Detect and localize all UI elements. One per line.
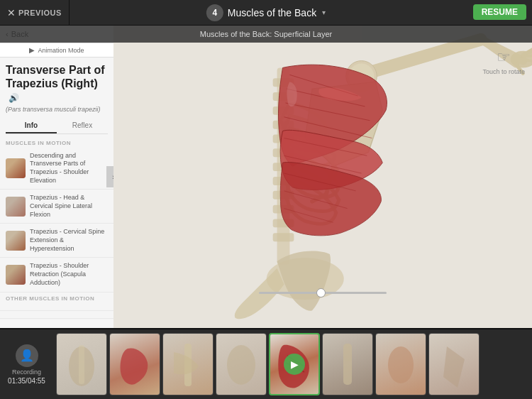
thumbnail-4[interactable] [216, 333, 267, 395]
hand-icon: ☞ [497, 48, 511, 67]
close-button[interactable]: ✕ PREVIOUS [0, 0, 70, 25]
svg-rect-36 [79, 345, 84, 384]
section-other-label: OTHER MUSCLES IN MOTION [0, 293, 113, 303]
other-motion-1[interactable] [0, 303, 113, 311]
recording-time: 01:35/04:55 [8, 377, 45, 385]
motion-text-3: Trapezius - Cervical Spine Extension & H… [30, 228, 108, 253]
thumbnail-8[interactable] [428, 333, 480, 395]
tab-info[interactable]: Info [6, 119, 57, 133]
motion-text-2: Trapezius - Head & Cervical Spine Latera… [30, 194, 108, 219]
motion-text-4: Trapezius - Shoulder Retraction (Scapula… [30, 262, 108, 287]
motion-text-1: Descending and Transverse Parts of Trape… [30, 152, 108, 185]
thumbnail-5-active[interactable]: ▶ [269, 333, 320, 395]
close-icon: ✕ [7, 7, 16, 18]
animation-icon: ▶ [29, 46, 35, 54]
tab-reflex[interactable]: Reflex [57, 119, 108, 133]
subtitle-bar: Muscles of the Back: Superficial Layer [0, 26, 532, 43]
touch-rotate-label: Touch to rotate [482, 68, 525, 75]
anatomy-svg [113, 26, 532, 328]
svg-rect-24 [273, 233, 294, 241]
thumbnail-7[interactable] [375, 333, 426, 395]
touch-rotate-hint: ☞ Touch to rotate [482, 48, 525, 75]
expand-sidebar-button[interactable]: › [106, 166, 113, 187]
play-button-active[interactable]: ▶ [284, 354, 305, 375]
other-motion-2[interactable] [0, 311, 113, 319]
svg-rect-41 [343, 344, 352, 385]
motion-thumb-3 [6, 231, 26, 251]
thumbnail-6[interactable] [322, 333, 373, 395]
thumbnail-2[interactable] [109, 333, 160, 395]
timeline-slider[interactable] [113, 289, 532, 297]
thumbnail-6-inner [323, 334, 372, 395]
muscle-main-title: Transverse Part of Trapezius (Right) 🔊 [6, 63, 108, 104]
thumbnail-2-inner [110, 334, 160, 395]
slider-thumb[interactable] [316, 288, 326, 297]
chevron-down-icon[interactable]: ▾ [322, 9, 326, 16]
svg-point-42 [388, 346, 414, 383]
motion-thumb-2 [6, 197, 26, 217]
thumbnail-1-inner [57, 334, 106, 395]
thumbnail-8-inner [429, 334, 479, 395]
sound-icon[interactable]: 🔊 [9, 93, 19, 103]
chapter-title: Muscles of the Back [228, 7, 316, 18]
recording-label: Recording [12, 368, 41, 376]
animation-mode-button[interactable]: ▶ Animation Mode [0, 43, 113, 58]
thumbnail-7-inner [376, 334, 426, 395]
thumbnail-3-inner [163, 334, 213, 395]
step-number: 4 [206, 4, 223, 21]
main-content: ‹ Back ▶ Animation Mode Transverse Part … [0, 26, 532, 328]
muscle-title-section: Transverse Part of Trapezius (Right) 🔊 (… [0, 58, 113, 116]
muscle-title-text: Transverse Part of Trapezius (Right) [6, 64, 105, 89]
step-indicator: 4 Muscles of the Back ▾ [206, 4, 326, 21]
3d-viewport[interactable]: ☞ Touch to rotate [113, 26, 532, 328]
slider-track[interactable] [259, 292, 387, 294]
thumbnails-container: ▶ [53, 330, 532, 398]
section-motions-label: MUSCLES IN MOTION [0, 137, 113, 148]
thumbnail-3[interactable] [162, 333, 214, 395]
resume-button[interactable]: RESUME [473, 4, 526, 20]
anatomy-illustration [113, 26, 532, 328]
subtitle-text: Muscles of the Back: Superficial Layer [200, 30, 332, 38]
info-reflex-tabs: Info Reflex [6, 119, 108, 134]
motion-thumb-4 [6, 265, 26, 285]
filmstrip: 👤 Recording 01:35/04:55 [0, 328, 532, 399]
recording-section: 👤 Recording 01:35/04:55 [0, 341, 53, 388]
motion-item-1[interactable]: Descending and Transverse Parts of Trape… [0, 148, 113, 190]
top-bar: ✕ PREVIOUS 4 Muscles of the Back ▾ RESUM… [0, 0, 532, 26]
thumbnail-1[interactable] [56, 333, 107, 395]
sidebar: ‹ Back ▶ Animation Mode Transverse Part … [0, 26, 113, 328]
motion-item-3[interactable]: Trapezius - Cervical Spine Extension & H… [0, 224, 113, 258]
animation-mode-label: Animation Mode [38, 47, 84, 54]
motion-item-4[interactable]: Trapezius - Shoulder Retraction (Scapula… [0, 258, 113, 292]
motion-thumb-1 [6, 158, 26, 178]
motion-item-2[interactable]: Trapezius - Head & Cervical Spine Latera… [0, 190, 113, 224]
previous-label: PREVIOUS [18, 9, 62, 17]
svg-point-38 [227, 345, 255, 385]
muscle-latin-name: (Pars transversa musculi trapezii) [6, 106, 108, 113]
thumbnail-4-inner [216, 334, 266, 395]
recording-avatar: 👤 [16, 344, 38, 367]
